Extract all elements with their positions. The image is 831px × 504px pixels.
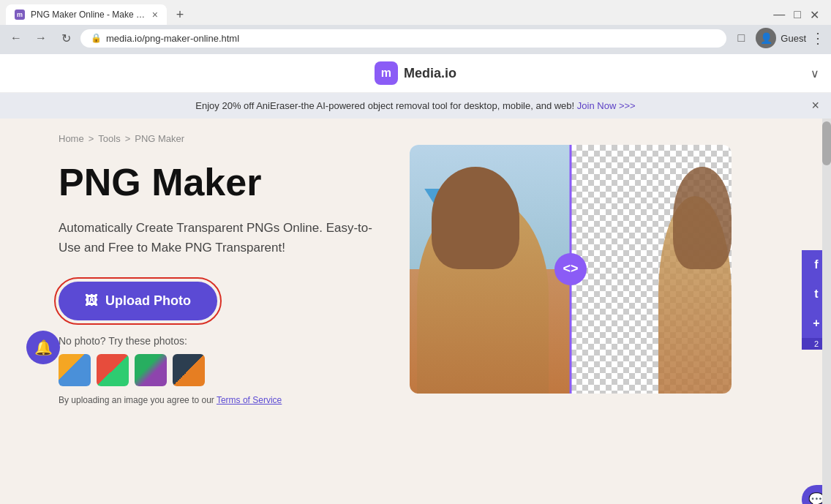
compare-handle-icon: <>: [563, 261, 578, 277]
page-description: Automatically Create Transparent PNGs On…: [59, 218, 380, 257]
refresh-button[interactable]: ↻: [56, 28, 76, 48]
scrollbar[interactable]: [822, 119, 831, 504]
logo-icon: m: [375, 61, 398, 85]
promo-text: Enjoy 20% off AniEraser-the AI-powered o…: [195, 100, 574, 111]
browser-chrome: m PNG Maker Online - Make JPG... × + — □…: [0, 0, 831, 54]
terms-link[interactable]: Terms of Service: [217, 395, 282, 405]
breadcrumb-current: PNG Maker: [135, 133, 184, 144]
active-tab[interactable]: m PNG Maker Online - Make JPG... ×: [6, 4, 167, 25]
address-bar[interactable]: 🔒 media.io/png-maker-online.html: [80, 29, 726, 48]
close-button[interactable]: ✕: [810, 8, 819, 22]
upload-btn-label: Upload Photo: [105, 293, 191, 309]
original-image: [410, 145, 571, 394]
lock-icon: 🔒: [91, 33, 102, 43]
minimize-button[interactable]: —: [773, 8, 785, 21]
upload-icon: 🖼: [85, 293, 98, 309]
site-logo[interactable]: m Media.io: [375, 61, 456, 85]
back-button[interactable]: ←: [6, 28, 26, 48]
extensions-button[interactable]: □: [731, 28, 751, 48]
left-column: Home > Tools > PNG Maker PNG Maker Autom…: [0, 119, 410, 420]
promo-link[interactable]: Join Now >>>: [577, 100, 636, 111]
site-name: Media.io: [404, 66, 456, 81]
breadcrumb-home[interactable]: Home: [59, 133, 84, 144]
breadcrumb-tools[interactable]: Tools: [98, 133, 120, 144]
facebook-icon: f: [814, 258, 818, 271]
right-column: <>: [410, 119, 831, 420]
scrollbar-thumb[interactable]: [822, 121, 831, 165]
page-body: Home > Tools > PNG Maker PNG Maker Autom…: [0, 119, 831, 504]
notification-bell-button[interactable]: 🔔: [26, 331, 60, 364]
compare-original: [410, 145, 571, 394]
image-compare-widget: <>: [410, 145, 732, 394]
browser-menu-button[interactable]: ⋮: [811, 29, 825, 47]
tab-favicon: m: [15, 10, 25, 20]
sample-photos-row: [59, 354, 380, 386]
forward-button[interactable]: →: [31, 28, 51, 48]
sample-photo-4[interactable]: [173, 354, 205, 386]
sample-photos-label: No photo? Try these photos:: [59, 335, 380, 347]
tab-close-button[interactable]: ×: [152, 9, 158, 20]
checkerboard-bg: [571, 145, 732, 394]
profile-icon[interactable]: 👤: [756, 28, 776, 48]
site-header: m Media.io ∨: [0, 54, 831, 93]
upload-button-wrapper: 🖼 Upload Photo: [59, 282, 217, 320]
address-text: media.io/png-maker-online.html: [106, 33, 239, 44]
title-bar: m PNG Maker Online - Make JPG... × + — □…: [0, 0, 831, 25]
new-tab-button[interactable]: +: [170, 4, 190, 25]
tab-label: PNG Maker Online - Make JPG...: [31, 10, 146, 20]
page-title: PNG Maker: [59, 162, 380, 203]
address-bar-row: ← → ↻ 🔒 media.io/png-maker-online.html □…: [0, 25, 831, 54]
page-content: Home > Tools > PNG Maker PNG Maker Autom…: [0, 119, 831, 420]
breadcrumb-sep-2: >: [125, 133, 131, 144]
window-controls: — □ ✕: [773, 8, 825, 22]
compare-transparent: [571, 145, 732, 394]
breadcrumb-sep-1: >: [89, 133, 94, 144]
header-chevron-icon[interactable]: ∨: [811, 67, 819, 80]
sample-photo-3[interactable]: [135, 354, 167, 386]
twitter-icon: t: [814, 287, 818, 301]
promo-banner: Enjoy 20% off AniEraser-the AI-powered o…: [0, 93, 831, 119]
sample-photo-1[interactable]: [59, 354, 91, 386]
profile-area: □ 👤 Guest ⋮: [731, 28, 825, 48]
promo-close-button[interactable]: ×: [811, 98, 819, 113]
maximize-button[interactable]: □: [794, 8, 801, 21]
breadcrumb: Home > Tools > PNG Maker: [59, 133, 380, 144]
terms-text: By uploading an image you agree to our T…: [59, 395, 380, 405]
sample-photo-2[interactable]: [97, 354, 129, 386]
terms-prefix: By uploading an image you agree to our: [59, 395, 217, 405]
compare-handle[interactable]: <>: [554, 253, 587, 285]
upload-photo-button[interactable]: 🖼 Upload Photo: [59, 282, 217, 320]
plus-icon: +: [813, 317, 819, 330]
profile-label: Guest: [781, 33, 806, 44]
